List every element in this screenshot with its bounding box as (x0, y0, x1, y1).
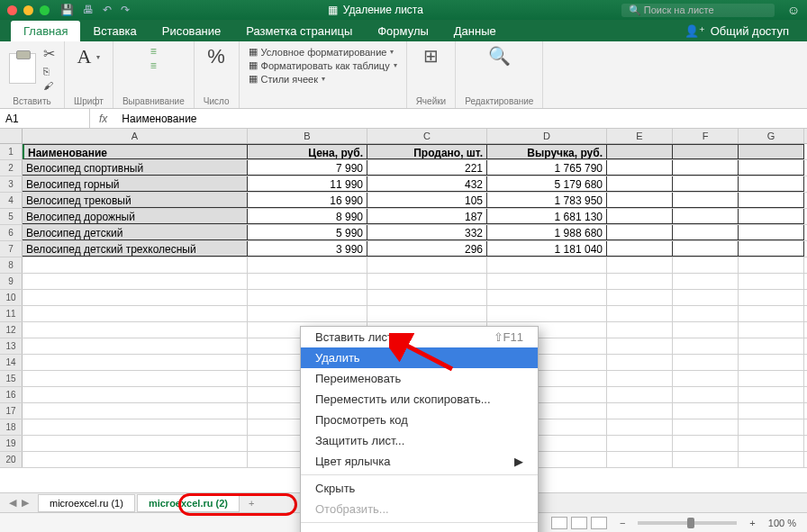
zoom-in-button[interactable]: + (749, 518, 755, 528)
menu-hide-sheet[interactable]: Скрыть (301, 478, 538, 499)
view-page-break-button[interactable] (591, 517, 607, 529)
tab-home[interactable]: Главная (11, 21, 80, 41)
row-header[interactable]: 15 (0, 371, 23, 386)
view-page-layout-button[interactable] (571, 517, 587, 529)
cell[interactable]: 1 988 680 (487, 225, 607, 240)
cell[interactable]: Продано, шт. (367, 144, 487, 159)
row-header[interactable]: 18 (0, 419, 23, 435)
cell[interactable]: 1 765 790 (487, 160, 607, 176)
cell[interactable]: 16 990 (248, 193, 367, 208)
font-icon[interactable]: A (77, 45, 92, 68)
col-header-b[interactable]: B (248, 129, 367, 143)
cell[interactable]: 1 681 130 (487, 209, 607, 224)
conditional-formatting-button[interactable]: ▦ Условное форматирование ▾ (249, 45, 397, 59)
cell[interactable]: 1 181 040 (487, 241, 607, 257)
sheet-nav-prev-icon[interactable]: ◀ (9, 497, 16, 509)
formula-input[interactable]: Наименование (116, 113, 807, 125)
row-header[interactable]: 12 (0, 322, 23, 338)
menu-select-all-sheets[interactable]: Выделить все листы (301, 526, 538, 532)
cell[interactable]: 105 (367, 193, 487, 208)
row-header[interactable]: 10 (0, 290, 23, 305)
menu-delete-sheet[interactable]: Удалить (301, 347, 538, 368)
cell[interactable]: 5 990 (248, 225, 367, 240)
view-normal-button[interactable] (551, 517, 567, 529)
name-box[interactable]: A1 (0, 109, 90, 128)
cell[interactable]: 11 990 (248, 176, 367, 192)
chevron-down-icon[interactable]: ▾ (96, 53, 100, 61)
menu-view-code[interactable]: Просмотреть код (301, 410, 538, 430)
search-input[interactable]: 🔍 Поиск на листе (621, 4, 775, 17)
cell[interactable]: 221 (367, 160, 487, 176)
cell[interactable]: Велосипед детский трехколесный (23, 241, 248, 257)
row-header[interactable]: 1 (0, 144, 23, 159)
sheet-nav-next-icon[interactable]: ▶ (22, 497, 29, 509)
row-header[interactable]: 9 (0, 274, 23, 289)
col-header-f[interactable]: F (673, 129, 739, 143)
user-icon[interactable]: ☺ (787, 3, 800, 17)
sheet-tab-1[interactable]: microexcel.ru (1) (38, 494, 135, 512)
zoom-level[interactable]: 100 % (768, 518, 796, 528)
editing-icon[interactable]: 🔍 (488, 45, 511, 67)
menu-rename-sheet[interactable]: Переименовать (301, 368, 538, 389)
tab-layout[interactable]: Разметка страницы (233, 21, 365, 41)
cell[interactable]: 8 990 (248, 209, 367, 224)
tab-formulas[interactable]: Формулы (365, 21, 441, 41)
format-as-table-button[interactable]: ▦ Форматировать как таблицу ▾ (249, 59, 397, 72)
cell[interactable]: Цена, руб. (248, 144, 367, 159)
format-painter-icon[interactable]: 🖌 (43, 80, 55, 91)
row-header[interactable]: 6 (0, 225, 23, 240)
row-header[interactable]: 8 (0, 257, 23, 273)
col-header-d[interactable]: D (487, 129, 607, 143)
percent-icon[interactable]: % (207, 45, 225, 68)
cell[interactable]: 187 (367, 209, 487, 224)
row-header[interactable]: 16 (0, 387, 23, 402)
minimize-window-icon[interactable] (23, 5, 33, 15)
row-header[interactable]: 7 (0, 241, 23, 257)
cell[interactable]: 296 (367, 241, 487, 257)
cell[interactable]: 5 179 680 (487, 176, 607, 192)
cell[interactable]: Велосипед спортивный (23, 160, 248, 176)
cell[interactable]: 432 (367, 176, 487, 192)
undo-icon[interactable]: ↶ (103, 4, 112, 16)
col-header-e[interactable]: E (607, 129, 673, 143)
col-header-g[interactable]: G (739, 129, 804, 143)
print-icon[interactable]: 🖶 (83, 4, 94, 16)
cut-icon[interactable]: ✂ (43, 45, 55, 62)
cell[interactable]: Велосипед дорожный (23, 209, 248, 224)
cell[interactable]: Выручка, руб. (487, 144, 607, 159)
menu-protect-sheet[interactable]: Защитить лист... (301, 430, 538, 451)
add-sheet-button[interactable]: + (241, 498, 261, 509)
select-all-corner[interactable] (0, 129, 23, 143)
tab-data[interactable]: Данные (441, 21, 509, 41)
share-button[interactable]: 👤⁺Общий доступ (677, 21, 796, 41)
cell[interactable]: Велосипед детский (23, 225, 248, 240)
cells-icon[interactable]: ⊞ (423, 45, 439, 67)
row-header[interactable]: 17 (0, 403, 23, 419)
cell-styles-button[interactable]: ▦ Стили ячеек ▾ (249, 72, 397, 86)
row-header[interactable]: 13 (0, 338, 23, 354)
align-icon[interactable]: ≡≡ (150, 45, 157, 72)
cell[interactable]: Велосипед горный (23, 176, 248, 192)
cell[interactable]: Наименование (23, 144, 248, 159)
redo-icon[interactable]: ↷ (121, 4, 130, 16)
fx-label[interactable]: fx (90, 113, 116, 125)
copy-icon[interactable]: ⎘ (43, 66, 55, 77)
row-header[interactable]: 5 (0, 209, 23, 224)
cell[interactable]: 7 990 (248, 160, 367, 176)
row-header[interactable]: 14 (0, 355, 23, 370)
sheet-tab-2[interactable]: microexcel.ru (2) (137, 494, 240, 512)
menu-insert-sheet[interactable]: Вставить лист⇧F11 (301, 327, 538, 347)
zoom-slider[interactable] (638, 521, 737, 525)
tab-insert[interactable]: Вставка (80, 21, 149, 41)
cell[interactable]: 332 (367, 225, 487, 240)
paste-icon[interactable] (9, 53, 36, 84)
zoom-out-button[interactable]: − (620, 518, 625, 528)
zoom-window-icon[interactable] (40, 5, 50, 15)
row-header[interactable]: 11 (0, 306, 23, 321)
col-header-a[interactable]: A (23, 129, 248, 143)
row-header[interactable]: 20 (0, 452, 23, 467)
col-header-c[interactable]: C (367, 129, 487, 143)
row-header[interactable]: 2 (0, 160, 23, 176)
cell[interactable]: 3 990 (248, 241, 367, 257)
cell[interactable]: Велосипед трековый (23, 193, 248, 208)
